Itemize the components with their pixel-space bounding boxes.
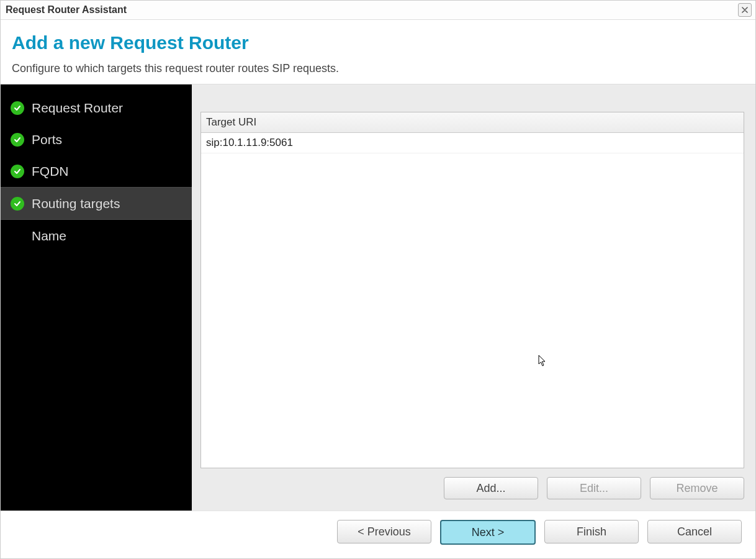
table-row[interactable]: sip:10.1.11.9:5061 [201, 133, 744, 153]
column-header-target-uri[interactable]: Target URI [201, 112, 744, 133]
target-uri-cell: sip:10.1.11.9:5061 [206, 137, 293, 148]
targets-table[interactable]: Target URI sip:10.1.11.9:5061 [200, 112, 744, 468]
finish-button[interactable]: Finish [544, 520, 639, 543]
check-icon [11, 101, 24, 115]
edit-button: Edit... [547, 477, 641, 499]
step-name[interactable]: Name [1, 220, 192, 252]
step-icon-placeholder [11, 229, 24, 243]
cancel-button[interactable]: Cancel [647, 520, 742, 543]
close-button[interactable] [738, 3, 752, 17]
dialog-window: Request Router Assistant Add a new Reque… [0, 0, 756, 559]
table-button-row: Add... Edit... Remove [200, 477, 744, 499]
next-button[interactable]: Next > [440, 520, 536, 545]
step-ports[interactable]: Ports [1, 124, 192, 155]
page-title: Add a new Request Router [12, 32, 744, 53]
wizard-content: Target URI sip:10.1.11.9:5061 Add... Edi… [192, 84, 755, 511]
step-routing-targets[interactable]: Routing targets [1, 187, 192, 220]
step-label: Name [32, 229, 66, 243]
page-subtitle: Configure to which targets this request … [12, 62, 744, 75]
step-label: Request Router [32, 101, 123, 116]
remove-button: Remove [650, 477, 744, 499]
dialog-body: Request Router Ports FQDN Routing target… [1, 84, 755, 511]
window-title: Request Router Assistant [4, 2, 128, 18]
close-icon [742, 7, 748, 13]
step-label: Routing targets [32, 196, 120, 211]
titlebar: Request Router Assistant [1, 1, 755, 20]
check-icon [11, 197, 24, 211]
wizard-header: Add a new Request Router Configure to wh… [1, 20, 755, 84]
wizard-steps-sidebar: Request Router Ports FQDN Routing target… [1, 84, 192, 511]
step-fqdn[interactable]: FQDN [1, 155, 192, 187]
step-label: FQDN [32, 164, 69, 179]
step-label: Ports [32, 132, 62, 147]
add-button[interactable]: Add... [444, 477, 538, 499]
wizard-footer: < Previous Next > Finish Cancel [1, 511, 755, 558]
step-request-router[interactable]: Request Router [1, 92, 192, 124]
check-icon [11, 133, 24, 147]
check-icon [11, 165, 24, 178]
previous-button[interactable]: < Previous [337, 520, 431, 543]
